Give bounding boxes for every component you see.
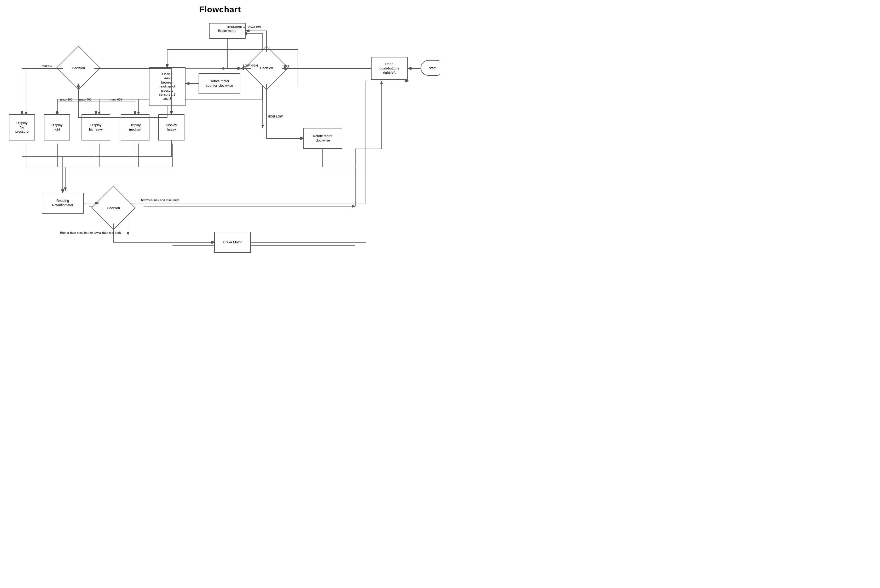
decision-main-node: Decision xyxy=(251,52,282,84)
read-pushbuttons-node: Read push-buttons right-left xyxy=(371,57,408,80)
display-medium-node: Display medium xyxy=(121,114,149,141)
display-light-node: Display light xyxy=(44,114,70,141)
page-title: Flowchart xyxy=(0,0,440,14)
display-no-pressure-node: Display No pressure xyxy=(9,114,35,141)
finding-max-node: Finding max between readings of pressure… xyxy=(149,68,185,106)
reading-potentiometer-node: Reading Potentiometer xyxy=(42,193,84,214)
start-node: start xyxy=(421,60,440,76)
display-bit-heavy-node: Display bit heavy xyxy=(81,114,110,141)
display-heavy-node: Display heavy xyxy=(158,114,185,141)
decision-pot-node: Decision xyxy=(98,192,129,224)
decision-pressure-node: Decision xyxy=(63,52,94,84)
brake-motor-top-node: Brake motor xyxy=(209,23,245,39)
rotate-ccw-node: Rotate motor counter-clockwise xyxy=(199,73,241,94)
rotate-cw-node: Rotate motor clockwise xyxy=(303,128,342,149)
flowchart-page: Flowchart xyxy=(0,0,440,294)
brake-motor-bottom-node: Brake Motor xyxy=(214,232,251,253)
